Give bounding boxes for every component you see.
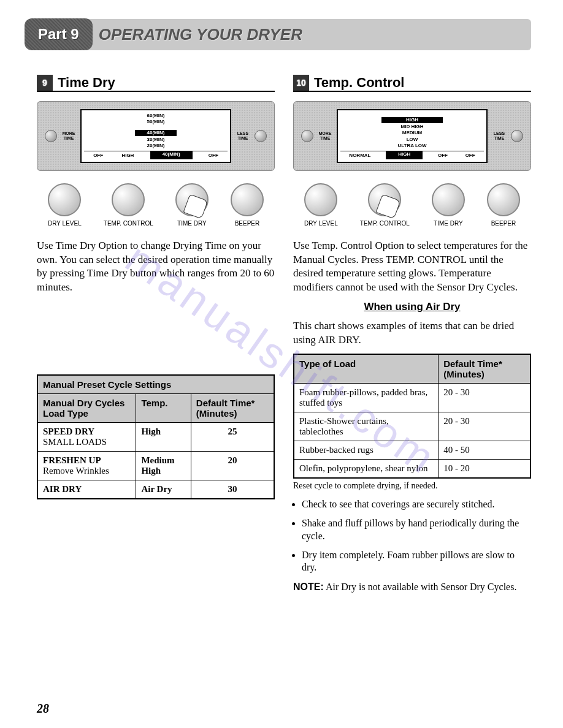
table-header: Default Time* (Minutes)	[191, 394, 274, 423]
bottom-item: OFF	[435, 151, 450, 159]
knob-icon	[48, 183, 81, 216]
table-row: Plastic-Shower curtains, tableclothes20 …	[294, 412, 530, 441]
list-item-selected: 40(MIN)	[135, 130, 177, 136]
bottom-item-selected: 40(MIN)	[150, 151, 193, 159]
bottom-item: OFF	[463, 151, 478, 159]
knob-icon-hand	[175, 183, 209, 216]
list-item: ULTRA LOW	[340, 143, 484, 149]
list-item: Check to see that coverings are securely…	[302, 498, 531, 511]
knob-row-left: DRY LEVEL TEMP. CONTROL TIME DRY BEEPER	[37, 183, 275, 227]
knob-label: TEMP. CONTROL	[104, 220, 153, 227]
knob-icon	[112, 183, 145, 216]
left-column: 9 Time Dry MORE TIME 60(MIN) 50(MIN) 40(…	[37, 75, 275, 593]
note: NOTE: Air Dry is not available with Sens…	[293, 582, 531, 593]
section-title: Temp. Control	[314, 75, 404, 91]
page-title: OPERATING YOUR DRYER	[80, 19, 531, 50]
sub-heading: When using Air Dry	[293, 301, 531, 313]
list-item-selected: HIGH	[381, 117, 443, 123]
list-item: 30(MIN)	[84, 137, 228, 143]
table-row: AIR DRY Air Dry 30	[37, 480, 274, 499]
table-header: Manual Dry Cycles Load Type	[37, 394, 136, 423]
bottom-item: OFF	[91, 151, 105, 159]
screw-icon	[301, 130, 313, 142]
screen: 60(MIN) 50(MIN) 40(MIN) 30(MIN) 20(MIN) …	[80, 109, 231, 163]
less-time-label: LESS TIME	[236, 131, 250, 140]
section-title: Time Dry	[58, 75, 115, 91]
bottom-item-selected: HIGH	[386, 151, 423, 159]
section-number-box: 9	[37, 75, 53, 91]
knob-icon	[304, 183, 337, 216]
screw-icon	[45, 130, 57, 142]
air-dry-table: Type of Load Default Time* (Minutes) Foa…	[293, 354, 531, 479]
knob-icon	[487, 183, 520, 216]
table-header: Temp.	[136, 394, 191, 423]
section-heading-right: 10 Temp. Control	[293, 75, 531, 92]
knob-label: TIME DRY	[175, 220, 209, 227]
note-text: Air Dry is not available with Sensor Dry…	[326, 582, 517, 592]
sub-paragraph: This chart shows examples of items that …	[293, 319, 531, 347]
list-item: 50(MIN)	[84, 119, 228, 125]
control-panel-left: MORE TIME 60(MIN) 50(MIN) 40(MIN) 30(MIN…	[37, 101, 275, 171]
list-item: LOW	[340, 137, 484, 143]
knob-row-right: DRY LEVEL TEMP. CONTROL TIME DRY BEEPER	[293, 183, 531, 227]
temp-list: HIGH MID HIGH MEDIUM LOW ULTRA LOW	[340, 113, 484, 151]
screw-icon	[255, 130, 267, 142]
more-time-label: MORE TIME	[318, 131, 332, 140]
knob-label: DRY LEVEL	[304, 220, 338, 227]
note-label: NOTE:	[293, 582, 324, 592]
control-panel-right: MORE TIME HIGH MID HIGH MEDIUM LOW ULTRA…	[293, 101, 531, 171]
table-row: FRESHEN UPRemove Wrinkles Medium High 20	[37, 452, 274, 480]
less-time-label: LESS TIME	[492, 131, 506, 140]
more-time-label: MORE TIME	[62, 131, 75, 140]
table-row: Rubber-backed rugs40 - 50	[294, 441, 530, 460]
knob-label: TEMP. CONTROL	[360, 220, 410, 227]
page-header: Part 9 OPERATING YOUR DRYER	[0, 18, 563, 50]
table-header: Default Time* (Minutes)	[439, 354, 530, 384]
list-item: 60(MIN)	[84, 113, 228, 119]
bottom-item: OFF	[206, 151, 221, 159]
knob-label: TIME DRY	[432, 220, 465, 227]
manual-preset-table: Manual Preset Cycle Settings Manual Dry …	[37, 374, 275, 499]
bottom-row: OFF HIGH 40(MIN) OFF	[84, 151, 228, 159]
list-item: Shake and fluff pillows by hand periodic…	[302, 517, 531, 543]
tips-list: Check to see that coverings are securely…	[293, 498, 531, 574]
paragraph-right: Use Temp. Control Option to select tempe…	[293, 239, 531, 295]
list-item: MEDIUM	[340, 130, 484, 136]
section-number-box: 10	[293, 75, 309, 91]
section-heading-left: 9 Time Dry	[37, 75, 275, 92]
bottom-item: HIGH	[119, 151, 136, 159]
knob-icon	[432, 183, 465, 216]
knob-label: DRY LEVEL	[48, 220, 82, 227]
list-item: MID HIGH	[340, 124, 484, 130]
bottom-item: NORMAL	[347, 151, 373, 159]
table-title: Manual Preset Cycle Settings	[37, 375, 274, 394]
list-item: Dry item completely. Foam rubber pillows…	[302, 549, 531, 575]
screen: HIGH MID HIGH MEDIUM LOW ULTRA LOW NORMA…	[337, 109, 488, 163]
part-badge: Part 9	[25, 18, 93, 50]
knob-label: BEEPER	[487, 220, 520, 227]
page-number: 28	[37, 702, 49, 716]
right-column: 10 Temp. Control MORE TIME HIGH MID HIGH…	[293, 75, 531, 593]
time-list: 60(MIN) 50(MIN) 40(MIN) 30(MIN) 20(MIN)	[84, 113, 228, 151]
table-row: Foam rubber-pillows, padded bras, stuffe…	[294, 384, 530, 412]
bottom-row: NORMAL HIGH OFF OFF	[340, 151, 484, 159]
screw-icon	[511, 130, 523, 142]
table-header: Type of Load	[294, 354, 439, 384]
knob-icon-hand	[368, 183, 401, 216]
paragraph-left: Use Time Dry Option to change Drying Tim…	[37, 239, 275, 295]
list-item: 20(MIN)	[84, 143, 228, 149]
knob-icon	[231, 183, 264, 216]
knob-label: BEEPER	[231, 220, 264, 227]
table-row: SPEED DRYSMALL LOADS High 25	[37, 423, 274, 452]
table-row: Olefin, polypropylene, shear nylon10 - 2…	[294, 460, 530, 479]
footnote: Reset cycle to complete drying, if neede…	[293, 481, 531, 491]
